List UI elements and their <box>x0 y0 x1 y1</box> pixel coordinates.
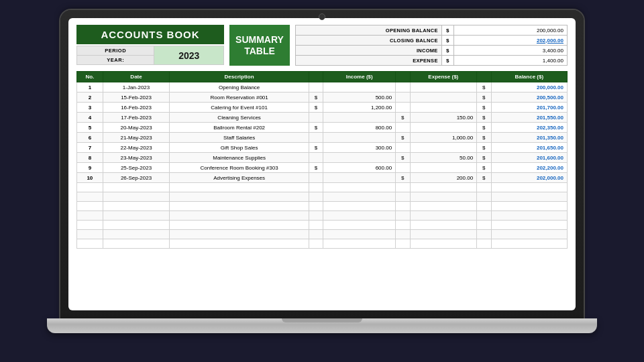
empty-row <box>77 221 568 230</box>
empty-cell <box>491 183 568 192</box>
cell-expense-dollar: $ <box>396 153 410 163</box>
col-no: No. <box>77 72 103 82</box>
cell-balance-dollar: $ <box>477 93 491 103</box>
cell-balance-dollar: $ <box>477 173 491 183</box>
cell-income-dollar: $ <box>309 103 323 113</box>
laptop-base <box>47 318 597 333</box>
empty-cell <box>323 183 396 192</box>
cell-balance: 202,200.00 <box>491 163 568 173</box>
empty-cell <box>491 192 568 202</box>
empty-row <box>77 192 568 202</box>
summary-row-income: INCOME $ 3,400.00 <box>296 46 568 56</box>
empty-cell <box>477 192 491 202</box>
empty-cell <box>309 221 323 230</box>
summary-section: OPENING BALANCE $ 200,000.00 CLOSING BAL… <box>295 25 568 66</box>
table-row: 215-Feb-2023Room Reservation #001$500.00… <box>77 93 568 103</box>
empty-cell <box>77 183 103 192</box>
table-row: 722-May-2023Gift Shop Sales$300.00$201,6… <box>77 143 568 153</box>
empty-cell <box>103 211 170 221</box>
cell-date: 16-Feb-2023 <box>103 103 170 113</box>
spreadsheet: ACCOUNTS BOOK PERIOD 2023 YEAR: <box>68 18 576 310</box>
camera-notch <box>319 13 325 20</box>
cell-income-dollar <box>309 82 323 93</box>
empty-cell <box>410 192 477 202</box>
cell-expense: 150.00 <box>410 113 477 123</box>
empty-cell <box>396 230 410 239</box>
cell-date: 17-Feb-2023 <box>103 113 170 123</box>
cell-expense-dollar: $ <box>396 133 410 143</box>
cell-desc: Gift Shop Sales <box>170 143 309 153</box>
summary-table-right: OPENING BALANCE $ 200,000.00 CLOSING BAL… <box>295 25 568 66</box>
empty-cell <box>396 202 410 211</box>
cell-income-dollar <box>309 113 323 123</box>
cell-balance: 202,000.00 <box>491 173 568 183</box>
summary-title-box: SUMMARY TABLE <box>229 25 290 66</box>
main-data-table: No. Date Description Income ($) Expense … <box>76 71 568 249</box>
summary-title-text: SUMMARY TABLE <box>232 34 287 57</box>
closing-balance-label: CLOSING BALNCE <box>296 36 442 46</box>
empty-cell <box>396 239 410 249</box>
cell-expense <box>410 82 477 93</box>
empty-cell <box>170 230 309 239</box>
empty-cell <box>309 192 323 202</box>
cell-balance-dollar: $ <box>477 103 491 113</box>
empty-cell <box>410 183 477 192</box>
cell-date: 20-May-2023 <box>103 123 170 133</box>
cell-expense-dollar: $ <box>396 173 410 183</box>
cell-date: 26-Sep-2023 <box>103 173 170 183</box>
col-expense-dollar <box>396 72 410 82</box>
cell-no: 2 <box>77 93 103 103</box>
cell-expense-dollar: $ <box>396 113 410 123</box>
empty-cell <box>410 230 477 239</box>
empty-cell <box>396 221 410 230</box>
empty-cell <box>323 192 396 202</box>
cell-desc: Staff Salaries <box>170 133 309 143</box>
book-title: ACCOUNTS BOOK <box>76 25 224 44</box>
empty-cell <box>77 230 103 239</box>
left-header: ACCOUNTS BOOK PERIOD 2023 YEAR: <box>76 25 224 66</box>
income-dollar: $ <box>441 46 453 56</box>
cell-no: 9 <box>77 163 103 173</box>
empty-cell <box>103 202 170 211</box>
empty-cell <box>410 221 477 230</box>
empty-row <box>77 202 568 211</box>
cell-expense: 1,000.00 <box>410 133 477 143</box>
col-date: Date <box>103 72 170 82</box>
empty-row <box>77 211 568 221</box>
cell-no: 3 <box>77 103 103 113</box>
cell-no: 1 <box>77 82 103 93</box>
empty-cell <box>170 211 309 221</box>
col-balance-dollar <box>477 72 491 82</box>
empty-cell <box>491 202 568 211</box>
table-row: 823-May-2023Maintenance Supplies$50.00$2… <box>77 153 568 163</box>
cell-income: 800.00 <box>323 123 396 133</box>
empty-cell <box>323 230 396 239</box>
cell-desc: Advertising Expenses <box>170 173 309 183</box>
cell-no: 8 <box>77 153 103 163</box>
income-label: INCOME <box>296 46 442 56</box>
empty-cell <box>396 183 410 192</box>
empty-cell <box>103 230 170 239</box>
cell-expense <box>410 143 477 153</box>
cell-no: 5 <box>77 123 103 133</box>
empty-cell <box>77 221 103 230</box>
empty-cell <box>309 211 323 221</box>
cell-desc: Ballroom Rental #202 <box>170 123 309 133</box>
screen-content: ACCOUNTS BOOK PERIOD 2023 YEAR: <box>68 18 576 310</box>
closing-dollar: $ <box>441 36 453 46</box>
empty-cell <box>77 239 103 249</box>
cell-date: 25-Sep-2023 <box>103 163 170 173</box>
cell-date: 21-May-2023 <box>103 133 170 143</box>
expense-label: EXPENSE <box>296 56 442 66</box>
empty-row <box>77 239 568 249</box>
empty-cell <box>477 221 491 230</box>
summary-row-closing: CLOSING BALNCE $ 202,000.00 <box>296 36 568 46</box>
cell-income: 1,200.00 <box>323 103 396 113</box>
summary-row-opening: OPENING BALANCE $ 200,000.00 <box>296 25 568 36</box>
empty-cell <box>410 211 477 221</box>
opening-dollar: $ <box>441 25 453 36</box>
empty-cell <box>77 211 103 221</box>
expense-dollar: $ <box>441 56 453 66</box>
cell-income: 300.00 <box>323 143 396 153</box>
cell-income <box>323 173 396 183</box>
